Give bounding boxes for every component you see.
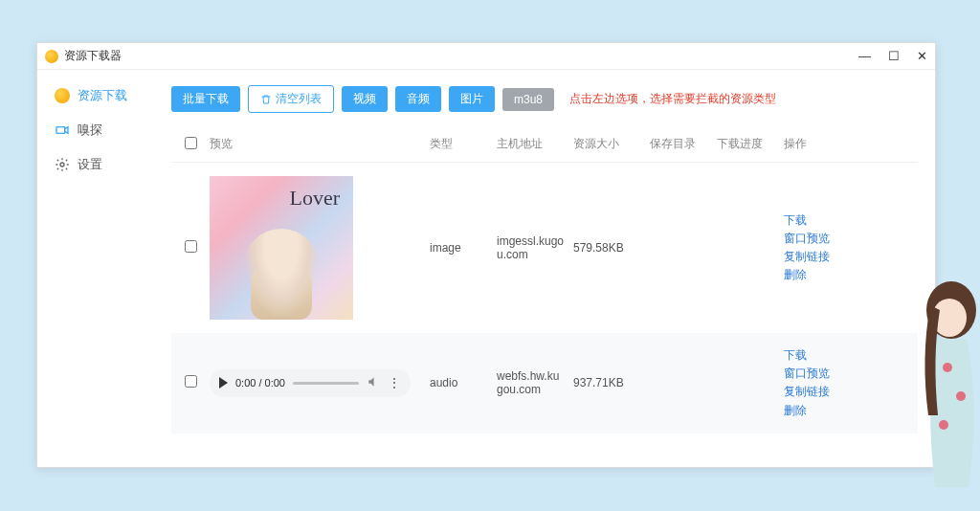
maximize-button[interactable]: ☐ xyxy=(888,49,900,63)
delete-link[interactable]: 删除 xyxy=(784,266,851,284)
content-area: 批量下载 清空列表 视频 音频 图片 m3u8 点击左边选项，选择需要拦截的资源… xyxy=(171,70,935,467)
filter-image-button[interactable]: 图片 xyxy=(449,86,495,112)
copy-link-link[interactable]: 复制链接 xyxy=(784,248,851,266)
sidebar-item-label: 嗅探 xyxy=(78,122,102,139)
sidebar: 资源下载 嗅探 设置 xyxy=(37,70,171,467)
sidebar-item-sniff[interactable]: 嗅探 xyxy=(55,122,171,139)
row-checkbox[interactable] xyxy=(185,240,197,253)
row-type: audio xyxy=(430,376,497,389)
audio-seek-track[interactable] xyxy=(293,382,359,385)
select-all-checkbox[interactable] xyxy=(185,137,197,149)
filter-m3u8-button[interactable]: m3u8 xyxy=(502,88,554,111)
col-header-ops: 操作 xyxy=(784,136,851,152)
preview-window-link[interactable]: 窗口预览 xyxy=(784,365,851,383)
table-header: 预览 类型 主机地址 资源大小 保存目录 下载进度 操作 xyxy=(171,126,918,163)
more-icon[interactable]: ⋮ xyxy=(388,375,401,390)
filter-video-button[interactable]: 视频 xyxy=(342,86,388,112)
close-button[interactable]: ✕ xyxy=(917,49,927,63)
row-size: 579.58KB xyxy=(573,241,650,255)
svg-point-4 xyxy=(943,363,952,372)
sidebar-item-settings[interactable]: 设置 xyxy=(55,156,171,173)
app-icon xyxy=(45,50,58,63)
toolbar: 批量下载 清空列表 视频 音频 图片 m3u8 点击左边选项，选择需要拦截的资源… xyxy=(171,85,918,113)
table-row: Lover image imgessl.kugou.com 579.58KB 下… xyxy=(171,163,918,333)
row-host: imgessl.kugou.com xyxy=(497,234,573,261)
col-header-type: 类型 xyxy=(430,136,497,152)
titlebar: 资源下载器 — ☐ ✕ xyxy=(37,43,935,70)
toolbar-hint: 点击左边选项，选择需要拦截的资源类型 xyxy=(569,91,776,107)
window-title: 资源下载器 xyxy=(64,48,122,64)
camera-icon xyxy=(55,122,70,138)
preview-window-link[interactable]: 窗口预览 xyxy=(784,230,851,248)
app-window: 资源下载器 — ☐ ✕ 资源下载 嗅探 设置 xyxy=(36,42,936,468)
sidebar-item-download[interactable]: 资源下载 xyxy=(55,87,171,104)
row-type: image xyxy=(430,241,497,255)
volume-icon[interactable] xyxy=(367,375,380,391)
download-icon xyxy=(55,88,70,103)
filter-audio-button[interactable]: 音频 xyxy=(395,86,441,112)
play-button[interactable] xyxy=(219,377,228,389)
svg-rect-0 xyxy=(56,127,65,134)
minimize-button[interactable]: — xyxy=(858,49,871,63)
col-header-progress: 下载进度 xyxy=(717,136,784,152)
window-controls: — ☐ ✕ xyxy=(858,49,927,63)
svg-point-5 xyxy=(956,391,966,401)
svg-point-3 xyxy=(932,299,967,337)
audio-time: 0:00 / 0:00 xyxy=(235,377,285,389)
col-header-preview: 预览 xyxy=(210,136,430,152)
row-checkbox[interactable] xyxy=(185,375,197,388)
preview-thumbnail[interactable]: Lover xyxy=(210,176,353,320)
clear-list-label: 清空列表 xyxy=(276,91,322,107)
col-header-host: 主机地址 xyxy=(497,136,573,152)
svg-point-1 xyxy=(60,163,64,167)
copy-link-link[interactable]: 复制链接 xyxy=(784,383,851,401)
audio-player: 0:00 / 0:00 ⋮ xyxy=(210,369,411,397)
svg-point-6 xyxy=(939,420,948,430)
table-row: 0:00 / 0:00 ⋮ audio webfs.hw.kugou.com 9… xyxy=(171,333,918,433)
thumbnail-script-text: Lover xyxy=(289,186,340,211)
row-ops: 下载 窗口预览 复制链接 删除 xyxy=(784,211,851,285)
row-size: 937.71KB xyxy=(573,376,650,389)
col-header-dir: 保存目录 xyxy=(650,136,717,152)
clear-list-button[interactable]: 清空列表 xyxy=(248,85,334,113)
sidebar-item-label: 资源下载 xyxy=(78,87,127,104)
sidebar-item-label: 设置 xyxy=(78,156,102,173)
delete-link[interactable]: 删除 xyxy=(784,402,851,420)
window-body: 资源下载 嗅探 设置 批量下载 清空列表 xyxy=(37,70,935,467)
row-host: webfs.hw.kugou.com xyxy=(497,369,573,396)
batch-download-button[interactable]: 批量下载 xyxy=(171,86,240,112)
row-ops: 下载 窗口预览 复制链接 删除 xyxy=(784,346,851,420)
gear-icon xyxy=(55,157,70,172)
download-link[interactable]: 下载 xyxy=(784,346,851,365)
trash-icon xyxy=(260,94,272,105)
download-link[interactable]: 下载 xyxy=(784,211,851,230)
col-header-size: 资源大小 xyxy=(573,136,650,152)
